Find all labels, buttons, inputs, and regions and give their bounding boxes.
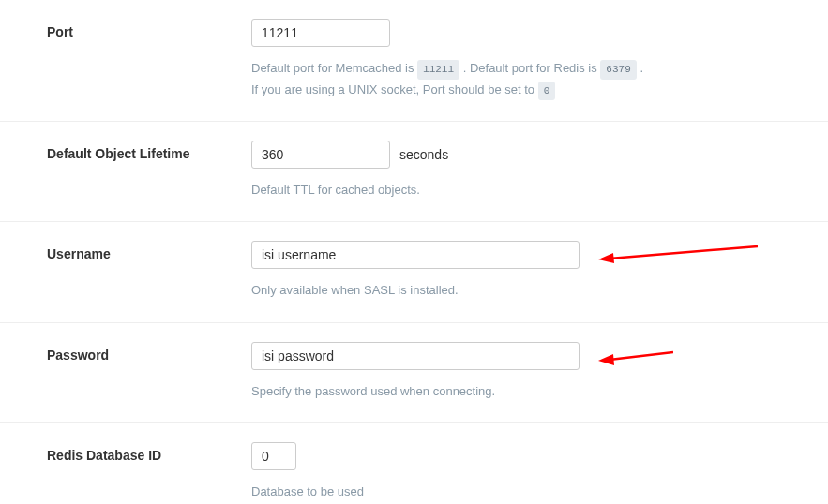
row-port: Port Default port for Memcached is 11211… bbox=[0, 0, 828, 122]
port-memcached-chip: 11211 bbox=[417, 60, 459, 80]
redis-db-input-line bbox=[251, 442, 800, 470]
svg-marker-3 bbox=[598, 354, 614, 365]
port-unix-chip: 0 bbox=[538, 82, 556, 101]
svg-line-0 bbox=[610, 246, 758, 259]
port-content: Default port for Memcached is 11211 . De… bbox=[251, 19, 800, 100]
redis-db-content: Database to be used bbox=[251, 442, 800, 502]
lifetime-unit: seconds bbox=[399, 147, 448, 162]
svg-marker-1 bbox=[598, 253, 614, 263]
username-label: Username bbox=[47, 241, 251, 261]
port-help: Default port for Memcached is 11211 . De… bbox=[251, 58, 800, 100]
row-lifetime: Default Object Lifetime seconds Default … bbox=[0, 122, 828, 222]
redis-db-help: Database to be used bbox=[251, 482, 800, 502]
port-help-text3: . bbox=[640, 61, 643, 75]
lifetime-content: seconds Default TTL for cached objects. bbox=[251, 141, 800, 200]
port-redis-chip: 6379 bbox=[600, 60, 636, 80]
password-input-line bbox=[251, 342, 800, 370]
port-help-text4: If you are using a UNIX socket, Port sho… bbox=[251, 82, 538, 96]
port-input-line bbox=[251, 19, 800, 47]
lifetime-input-line: seconds bbox=[251, 141, 800, 169]
port-help-text2: . Default port for Redis is bbox=[463, 61, 601, 75]
password-content: Specify the password used when connectin… bbox=[251, 342, 800, 402]
port-label: Port bbox=[47, 19, 251, 39]
redis-db-label: Redis Database ID bbox=[47, 442, 251, 463]
username-content: Only available when SASL is installed. bbox=[251, 241, 800, 301]
username-arrow-annotation bbox=[598, 245, 758, 264]
row-redis-db: Redis Database ID Database to be used bbox=[0, 423, 828, 504]
password-help: Specify the password used when connectin… bbox=[251, 381, 800, 402]
row-password: Password Specify the password used when … bbox=[0, 323, 828, 423]
lifetime-input[interactable] bbox=[251, 141, 390, 169]
username-help: Only available when SASL is installed. bbox=[251, 280, 800, 301]
password-input[interactable] bbox=[251, 342, 580, 370]
redis-db-input[interactable] bbox=[251, 442, 296, 470]
username-input[interactable] bbox=[251, 241, 580, 269]
port-help-text1: Default port for Memcached is bbox=[251, 61, 417, 75]
row-username: Username Only available when SASL is ins… bbox=[0, 222, 828, 322]
lifetime-help: Default TTL for cached objects. bbox=[251, 180, 800, 200]
svg-line-2 bbox=[610, 352, 673, 360]
password-arrow-annotation bbox=[598, 348, 673, 367]
port-input[interactable] bbox=[251, 19, 390, 47]
lifetime-label: Default Object Lifetime bbox=[47, 141, 251, 161]
settings-form: Port Default port for Memcached is 11211… bbox=[0, 0, 828, 504]
password-label: Password bbox=[47, 342, 251, 363]
